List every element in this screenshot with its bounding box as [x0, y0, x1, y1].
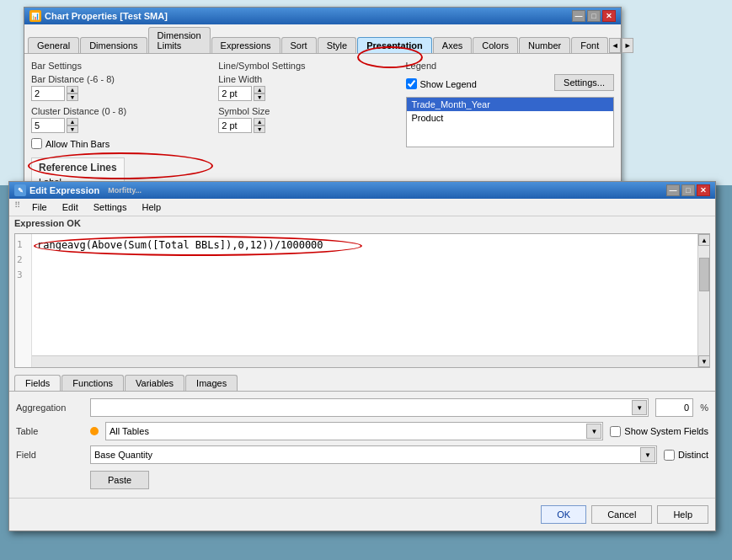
props-main-row: Bar Settings Bar Distance (-6 - 8) ▲ ▼ C… — [31, 61, 614, 149]
bar-distance-input[interactable] — [31, 86, 65, 101]
ref-lines-title: Reference Lines — [39, 162, 117, 173]
aggregation-select[interactable] — [90, 398, 649, 417]
cluster-distance-up[interactable]: ▲ — [67, 118, 78, 125]
edit-expr-menubar: ⠿ File Edit Settings Help — [9, 199, 715, 216]
show-legend-checkbox[interactable] — [406, 78, 417, 89]
table-indicator-dot — [90, 427, 99, 435]
close-button[interactable]: ✕ — [602, 10, 616, 22]
tab-general[interactable]: General — [28, 37, 79, 53]
line-width-input[interactable] — [218, 86, 252, 101]
chart-icon: 📊 — [29, 10, 41, 22]
bar-distance-up[interactable]: ▲ — [67, 86, 78, 93]
show-legend-label: Show Legend — [420, 79, 477, 89]
tab-axes[interactable]: Axes — [433, 37, 472, 53]
tab-colors[interactable]: Colors — [473, 37, 518, 53]
line-width-down[interactable]: ▼ — [254, 93, 265, 101]
scroll-down-button[interactable]: ▼ — [698, 355, 710, 367]
legend-item-trade[interactable]: Trade_Month_Year — [407, 98, 614, 111]
tab-style[interactable]: Style — [318, 37, 356, 53]
distinct-field: Distinct — [664, 450, 708, 461]
table-select[interactable]: All Tables — [105, 422, 603, 440]
tab-number[interactable]: Number — [519, 37, 570, 53]
legend-settings-button[interactable]: Settings... — [554, 74, 614, 91]
tab-next-button[interactable]: ► — [622, 38, 633, 53]
line-width-up[interactable]: ▲ — [254, 86, 265, 93]
edit-expr-titlebar: ✎ Edit Expression Morfitty... — □ ✕ — [9, 182, 715, 199]
expression-scrollbar-horizontal[interactable] — [32, 355, 697, 367]
edit-expr-title-left: ✎ Edit Expression Morfitty... — [14, 184, 142, 196]
menu-help[interactable]: Help — [135, 200, 168, 214]
bar-settings-section: Bar Settings Bar Distance (-6 - 8) ▲ ▼ C… — [31, 61, 205, 149]
tab-presentation[interactable]: Presentation — [357, 37, 432, 53]
titlebar-buttons: — □ ✕ — [572, 10, 616, 22]
field-row: Field Base Quantity ▼ Distinct — [16, 445, 708, 464]
tab-images[interactable]: Images — [185, 375, 238, 391]
tab-sort[interactable]: Sort — [281, 37, 317, 53]
menu-settings[interactable]: Settings — [87, 200, 134, 214]
show-legend-field: Show Legend — [406, 78, 477, 89]
cluster-distance-group: Cluster Distance (0 - 8) ▲ ▼ — [31, 106, 205, 133]
symbol-size-down[interactable]: ▼ — [254, 125, 265, 133]
scroll-up-button[interactable]: ▲ — [698, 234, 710, 246]
field-label: Field — [16, 450, 83, 460]
field-dropdown-wrapper: Base Quantity ▼ — [90, 445, 657, 464]
cluster-distance-label: Cluster Distance (0 - 8) — [31, 106, 205, 116]
titlebar-left: 📊 Chart Properties [Test SMA] — [29, 10, 168, 22]
chart-props-content: Bar Settings Bar Distance (-6 - 8) ▲ ▼ C… — [24, 54, 621, 198]
show-system-fields-label: Show System Fields — [624, 426, 708, 436]
edit-expr-subtitle: Morfitty... — [108, 186, 142, 195]
minimize-button[interactable]: — — [572, 10, 585, 22]
scroll-thumb[interactable] — [699, 258, 709, 291]
field-select[interactable]: Base Quantity — [90, 445, 657, 464]
cluster-distance-down[interactable]: ▼ — [67, 125, 78, 133]
paste-button[interactable]: Paste — [90, 471, 149, 489]
tab-expressions[interactable]: Expressions — [211, 37, 281, 53]
table-row: Table All Tables ▼ Show System Fields — [16, 422, 708, 440]
legend-item-product[interactable]: Product — [407, 111, 614, 125]
allow-thin-bars-checkbox[interactable] — [31, 138, 42, 149]
symbol-size-spinner: ▲ ▼ — [254, 118, 265, 133]
ok-button[interactable]: OK — [541, 505, 586, 524]
distinct-label: Distinct — [678, 450, 708, 460]
tab-functions[interactable]: Functions — [61, 375, 124, 391]
edit-expr-minimize-button[interactable]: — — [666, 184, 680, 196]
maximize-button[interactable]: □ — [587, 10, 601, 22]
help-button[interactable]: Help — [657, 505, 708, 524]
expression-text[interactable]: rangeavg(Above(Sum([Total BBLs]),0,12))/… — [37, 237, 692, 253]
edit-expr-icon: ✎ — [14, 184, 26, 196]
chart-props-titlebar: 📊 Chart Properties [Test SMA] — □ ✕ — [24, 8, 621, 24]
tab-dimension-limits[interactable]: Dimension Limits — [148, 27, 211, 53]
tab-font[interactable]: Font — [571, 37, 608, 53]
tab-dimensions[interactable]: Dimensions — [80, 37, 147, 53]
expression-scrollbar-vertical[interactable]: ▲ ▼ — [697, 234, 709, 367]
dialog-buttons: OK Cancel Help — [9, 498, 715, 531]
percent-input[interactable] — [655, 398, 693, 417]
symbol-size-input[interactable] — [218, 118, 252, 133]
allow-thin-bars-label: Allow Thin Bars — [45, 139, 110, 149]
show-system-fields-checkbox[interactable] — [610, 426, 621, 437]
tab-fields[interactable]: Fields — [14, 375, 61, 391]
edit-expr-close-button[interactable]: ✕ — [697, 184, 710, 196]
symbol-size-up[interactable]: ▲ — [254, 118, 265, 125]
expression-status: Expression OK — [9, 216, 715, 230]
menu-edit[interactable]: Edit — [56, 200, 85, 214]
edit-expr-maximize-button[interactable]: □ — [681, 184, 695, 196]
expression-content[interactable]: rangeavg(Above(Sum([Total BBLs]),0,12))/… — [34, 234, 696, 367]
edit-expr-titlebar-buttons: — □ ✕ — [666, 184, 710, 196]
bar-distance-down[interactable]: ▼ — [67, 93, 78, 101]
tab-prev-button[interactable]: ◄ — [609, 38, 621, 53]
cancel-button[interactable]: Cancel — [591, 505, 652, 524]
cluster-distance-field: ▲ ▼ — [31, 118, 205, 133]
line-numbers: 1 2 3 — [15, 234, 32, 367]
menu-file[interactable]: File — [25, 200, 54, 214]
grip-icon: ⠿ — [14, 200, 20, 214]
expression-editor[interactable]: 1 2 3 rangeavg(Above(Sum([Total BBLs]),0… — [14, 233, 710, 368]
line-width-spinner: ▲ ▼ — [254, 86, 265, 101]
aggregation-dropdown-wrapper: ▼ — [90, 398, 649, 417]
show-system-fields-field: Show System Fields — [610, 426, 708, 437]
cluster-distance-spinner: ▲ ▼ — [67, 118, 78, 133]
tab-variables[interactable]: Variables — [125, 375, 184, 391]
distinct-checkbox[interactable] — [664, 450, 675, 461]
cluster-distance-input[interactable] — [31, 118, 65, 133]
aggregation-row: Aggregation ▼ % — [16, 398, 708, 417]
